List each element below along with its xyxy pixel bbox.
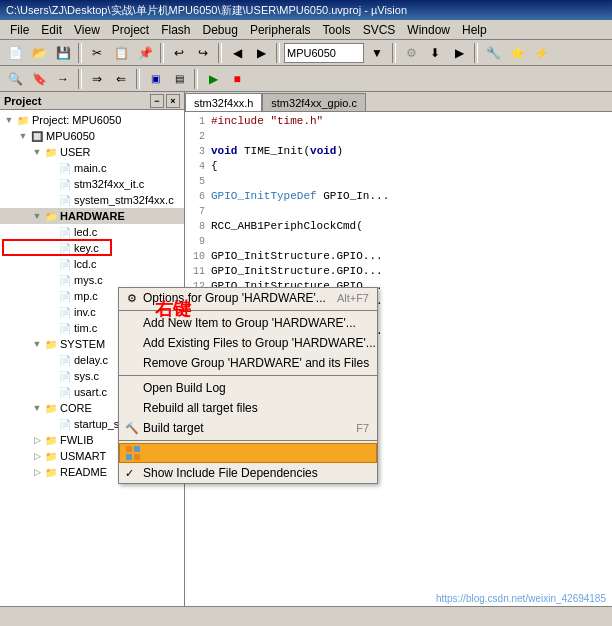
menu-edit[interactable]: Edit	[35, 21, 68, 39]
exp-tim	[44, 321, 58, 335]
ctx-options-icon: ⚙	[123, 289, 141, 307]
tree-item-mpu6050[interactable]: ▼ 🔲 MPU6050	[0, 128, 184, 144]
rebuild-btn[interactable]: ▤	[168, 68, 190, 90]
goto-btn[interactable]: →	[52, 68, 74, 90]
ctx-manage-project[interactable]	[119, 443, 377, 463]
search-btn[interactable]: 🔍	[4, 68, 26, 90]
cut-btn[interactable]: ✂	[86, 42, 108, 64]
sep6	[474, 43, 478, 63]
tree-item-project-root[interactable]: ▼ 📁 Project: MPU6050	[0, 112, 184, 128]
target-dropdown[interactable]: ▼	[366, 42, 388, 64]
title-text: C:\Users\ZJ\Desktop\实战\单片机MPU6050\新建\USE…	[6, 3, 407, 18]
debug-start-btn[interactable]: ▶	[448, 42, 470, 64]
menu-peripherals[interactable]: Peripherals	[244, 21, 317, 39]
tree-item-main-c[interactable]: 📄 main.c	[0, 160, 184, 176]
redo-btn[interactable]: ↪	[192, 42, 214, 64]
file-icon-sysc: 📄	[58, 369, 72, 383]
tab-stm32gpio[interactable]: stm32f4xx_gpio.c	[262, 93, 366, 111]
code-line-10: 10 GPIO_InitStructure.GPIO...	[189, 249, 608, 264]
tree-item-stm32it[interactable]: 📄 stm32f4xx_it.c	[0, 176, 184, 192]
ctx-add-existing[interactable]: Add Existing Files to Group 'HARDWARE'..…	[119, 333, 377, 353]
undo-btn[interactable]: ↩	[168, 42, 190, 64]
paste-btn[interactable]: 📌	[134, 42, 156, 64]
user-folder-icon: 📁	[44, 145, 58, 159]
tree-label-usart: usart.c	[74, 386, 107, 398]
copy-btn[interactable]: 📋	[110, 42, 132, 64]
exp-startup	[44, 417, 58, 431]
tree-label-sys: system_stm32f4xx.c	[74, 194, 174, 206]
open-btn[interactable]: 📂	[28, 42, 50, 64]
ctx-remove-label: Remove Group 'HARDWARE' and its Files	[143, 356, 369, 370]
panel-icon-2[interactable]: ×	[166, 94, 180, 108]
extra-btn3[interactable]: ⚡	[530, 42, 552, 64]
exp-sysc	[44, 369, 58, 383]
sep4	[276, 43, 280, 63]
panel-header: Project − ×	[0, 92, 184, 110]
t2sep2	[136, 69, 140, 89]
core-folder-icon: 📁	[44, 401, 58, 415]
panel-icon-1[interactable]: −	[150, 94, 164, 108]
tree-item-led[interactable]: 📄 led.c	[0, 224, 184, 240]
nav-fwd-btn[interactable]: ▶	[250, 42, 272, 64]
tree-label-fwlib: FWLIB	[60, 434, 94, 446]
tree-item-mys[interactable]: 📄 mys.c	[0, 272, 184, 288]
download-btn[interactable]: ⬇	[424, 42, 446, 64]
title-bar: C:\Users\ZJ\Desktop\实战\单片机MPU6050\新建\USE…	[0, 0, 612, 20]
ctx-build-target[interactable]: 🔨 Build target F7	[119, 418, 377, 438]
ctx-build-shortcut: F7	[356, 422, 369, 434]
tree-item-system[interactable]: 📄 system_stm32f4xx.c	[0, 192, 184, 208]
toolbar-2: 🔍 🔖 → ⇒ ⇐ ▣ ▤ ▶ ■	[0, 66, 612, 92]
ctx-remove-group[interactable]: Remove Group 'HARDWARE' and its Files	[119, 353, 377, 373]
tree-label-core: CORE	[60, 402, 92, 414]
expand-mpu: ▼	[16, 129, 30, 143]
extra-btn2[interactable]: ⭐	[506, 42, 528, 64]
file-icon-inv: 📄	[58, 305, 72, 319]
outdent-btn[interactable]: ⇐	[110, 68, 132, 90]
new-btn[interactable]: 📄	[4, 42, 26, 64]
menu-help[interactable]: Help	[456, 21, 493, 39]
tree-item-lcd[interactable]: 📄 lcd.c	[0, 256, 184, 272]
nav-back-btn[interactable]: ◀	[226, 42, 248, 64]
save-btn[interactable]: 💾	[52, 42, 74, 64]
ctx-show-deps[interactable]: ✓ Show Include File Dependencies	[119, 463, 377, 483]
svg-rect-3	[134, 454, 140, 460]
menu-project[interactable]: Project	[106, 21, 155, 39]
ctx-open-build-log[interactable]: Open Build Log	[119, 378, 377, 398]
tree-label-user: USER	[60, 146, 91, 158]
menu-file[interactable]: File	[4, 21, 35, 39]
exp-delay	[44, 353, 58, 367]
menu-view[interactable]: View	[68, 21, 106, 39]
tree-item-hardware[interactable]: ▼ 📁 HARDWARE	[0, 208, 184, 224]
compile-btn[interactable]: ▣	[144, 68, 166, 90]
build-btn[interactable]: ⚙	[400, 42, 422, 64]
indent-btn[interactable]: ⇒	[86, 68, 108, 90]
menu-window[interactable]: Window	[401, 21, 456, 39]
menu-tools[interactable]: Tools	[317, 21, 357, 39]
tree-label-tim: tim.c	[74, 322, 97, 334]
menu-flash[interactable]: Flash	[155, 21, 196, 39]
toolbar-1: 📄 📂 💾 ✂ 📋 📌 ↩ ↪ ◀ ▶ MPU6050 ▼ ⚙ ⬇ ▶ 🔧 ⭐ …	[0, 40, 612, 66]
tab-bar: stm32f4xx.h stm32f4xx_gpio.c	[185, 92, 612, 112]
tab-label-gpio: stm32f4xx_gpio.c	[271, 97, 357, 109]
code-line-9: 9	[189, 234, 608, 249]
menu-svcs[interactable]: SVCS	[357, 21, 402, 39]
file-icon-usart: 📄	[58, 385, 72, 399]
t2sep3	[194, 69, 198, 89]
code-line-3: 3 void TIME_Init(void)	[189, 144, 608, 159]
tree-item-key[interactable]: 📄 key.c	[0, 240, 184, 256]
target-select[interactable]: MPU6050	[284, 43, 364, 63]
tab-stm32h[interactable]: stm32f4xx.h	[185, 93, 262, 111]
menu-debug[interactable]: Debug	[197, 21, 244, 39]
sep2	[160, 43, 164, 63]
exp-inv	[44, 305, 58, 319]
run-btn[interactable]: ▶	[202, 68, 224, 90]
ctx-rebuild-all[interactable]: Rebuild all target files	[119, 398, 377, 418]
code-line-5: 5	[189, 174, 608, 189]
extra-btn1[interactable]: 🔧	[482, 42, 504, 64]
stop-btn[interactable]: ■	[226, 68, 248, 90]
bookmark-btn[interactable]: 🔖	[28, 68, 50, 90]
exp-lcd	[44, 257, 58, 271]
exp-led	[44, 225, 58, 239]
tree-item-user[interactable]: ▼ 📁 USER	[0, 144, 184, 160]
right-click-label: 右键	[155, 297, 191, 321]
